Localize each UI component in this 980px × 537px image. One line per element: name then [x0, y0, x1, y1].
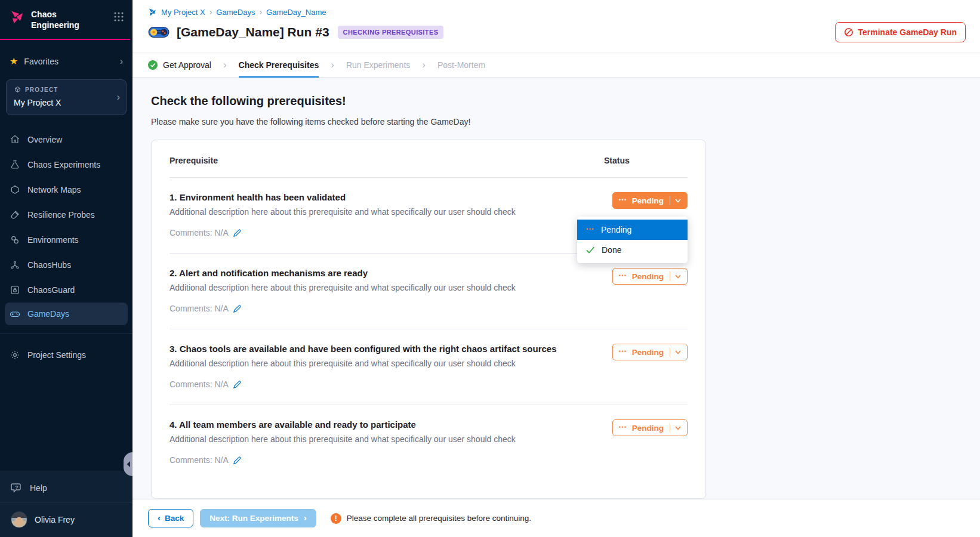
help-icon: ?	[11, 483, 23, 493]
nav-label: ChaosGuard	[27, 285, 75, 295]
dropdown-option-done[interactable]: Done	[577, 240, 688, 260]
chevron-down-icon	[675, 426, 681, 430]
sidebar-item-chaoshubs[interactable]: ChaosHubs	[0, 252, 132, 277]
chevron-down-icon	[675, 350, 681, 354]
slash-circle-icon	[844, 27, 853, 37]
status-cell: ••• Pending	[604, 268, 688, 313]
prerequisite-description: Additional description here about this p…	[170, 359, 586, 368]
app-grid-icon[interactable]	[113, 11, 124, 22]
button-divider	[670, 271, 670, 281]
nav-label: Chaos Experiments	[27, 160, 100, 169]
gameday-gamepad-icon	[148, 25, 170, 39]
step-label: Check Prerequisites	[239, 60, 319, 70]
brand-row: Chaos Engineering	[10, 10, 124, 30]
breadcrumb-project-link[interactable]: My Project X	[161, 8, 205, 17]
chevron-right-icon: ›	[223, 53, 227, 77]
hexagon-icon	[10, 184, 20, 195]
table-row: 4. All team members are available and re…	[170, 405, 688, 480]
pending-dots-icon: •••	[619, 424, 627, 430]
pending-dots-icon: •••	[619, 348, 627, 354]
sidebar-item-gamedays[interactable]: GameDays	[5, 303, 128, 325]
comments-label: Comments: N/A	[170, 304, 229, 313]
prerequisite-title: 4. All team members are available and re…	[170, 419, 586, 430]
sidebar-item-chaos-experiments[interactable]: Chaos Experiments	[0, 152, 132, 177]
user-profile[interactable]: Olivia Frey	[0, 502, 132, 537]
next-run-experiments-button[interactable]: Next: Run Experiments ›	[200, 509, 316, 527]
breadcrumb-separator: ›	[259, 7, 262, 17]
title-row: [GameDay_Name] Run #3 CHECKING PREREQUIS…	[148, 22, 966, 42]
content-subheading: Please make sure you have the following …	[151, 117, 980, 126]
sidebar-item-overview[interactable]: Overview	[0, 127, 132, 152]
project-selector[interactable]: PROJECT My Project X ›	[6, 79, 127, 115]
option-label: Done	[602, 245, 621, 255]
prerequisite-info: 4. All team members are available and re…	[170, 419, 604, 465]
sidebar-item-resilience-probes[interactable]: Resilience Probes	[0, 202, 132, 227]
dropdown-option-pending[interactable]: ••• Pending	[577, 220, 688, 240]
edit-comment-icon[interactable]	[233, 380, 242, 389]
status-dropdown-button[interactable]: ••• Pending	[612, 419, 688, 436]
prerequisite-info: 2. Alert and notification mechanisms are…	[170, 268, 604, 313]
sidebar-item-help[interactable]: ? Help	[0, 474, 132, 502]
sidebar-divider	[0, 334, 132, 334]
prerequisite-info: 1. Environment health has been validated…	[170, 192, 604, 237]
status-dropdown-button[interactable]: ••• Pending	[612, 268, 688, 285]
probe-icon	[10, 209, 20, 220]
comments-label: Comments: N/A	[170, 455, 229, 465]
next-label: Next: Run Experiments	[209, 514, 298, 523]
step-check-prerequisites[interactable]: Check Prerequisites	[239, 53, 319, 78]
step-label: Get Approval	[163, 60, 211, 70]
breadcrumb-gameday-name-link[interactable]: GameDay_Name	[266, 8, 326, 17]
edit-comment-icon[interactable]	[233, 304, 242, 313]
chevron-right-icon: ›	[331, 53, 334, 77]
check-icon	[586, 246, 595, 254]
edit-comment-icon[interactable]	[233, 456, 242, 465]
footer-warning: ! Please complete all prerequisites befo…	[331, 513, 531, 524]
comments-row: Comments: N/A	[170, 455, 586, 465]
button-divider	[670, 196, 670, 205]
project-label: PROJECT	[25, 87, 58, 93]
status-dropdown-button[interactable]: ••• Pending	[612, 192, 688, 209]
step-post-mortem[interactable]: Post-Mortem	[437, 53, 485, 77]
terminate-gameday-button[interactable]: Terminate GameDay Run	[835, 22, 966, 42]
status-label: Pending	[632, 348, 664, 357]
column-header-status: Status	[604, 156, 688, 165]
status-cell: ••• Pending	[604, 419, 688, 465]
table-header: Prerequisite Status	[170, 156, 688, 178]
chevron-down-icon	[675, 274, 681, 279]
breadcrumb: My Project X › GameDays › GameDay_Name	[148, 7, 966, 17]
nav-label: ChaosHubs	[27, 260, 71, 270]
status-label: Pending	[632, 272, 664, 281]
status-cell: ••• Pending	[604, 344, 688, 389]
sidebar-item-favorites[interactable]: ★ Favorites ›	[0, 51, 132, 72]
sidebar-item-chaosguard[interactable]: ChaosGuard	[0, 277, 132, 303]
sidebar-item-network-maps[interactable]: Network Maps	[0, 177, 132, 202]
sidebar-item-project-settings[interactable]: Project Settings	[0, 342, 132, 368]
user-name: Olivia Frey	[35, 515, 75, 524]
sidebar-item-environments[interactable]: Environments	[0, 227, 132, 252]
prerequisite-description: Additional description here about this p…	[170, 434, 586, 444]
sidebar-collapse-handle[interactable]	[124, 452, 132, 476]
chaos-logo-icon	[10, 10, 25, 25]
breadcrumb-gamedays-link[interactable]: GameDays	[216, 8, 255, 17]
breadcrumb-separator: ›	[209, 7, 212, 17]
edit-comment-icon[interactable]	[233, 229, 242, 237]
brand-name: Chaos Engineering	[31, 10, 86, 30]
exclamation-glyph: !	[335, 514, 337, 523]
step-get-approval[interactable]: Get Approval	[148, 53, 211, 77]
run-status-badge: CHECKING PREREQUISITES	[338, 26, 444, 39]
check-circle-icon	[148, 60, 158, 70]
comments-label: Comments: N/A	[170, 379, 229, 389]
warning-text: Please complete all prerequisites before…	[347, 514, 531, 523]
sidebar: Chaos Engineering ★ Favorites › PROJECT	[0, 0, 132, 537]
back-button[interactable]: ‹ Back	[148, 509, 193, 527]
pending-dots-icon: •••	[619, 197, 627, 203]
home-icon	[10, 134, 20, 145]
status-dropdown-button[interactable]: ••• Pending	[612, 344, 688, 360]
status-label: Pending	[632, 196, 664, 205]
help-label: Help	[30, 483, 47, 493]
app: Chaos Engineering ★ Favorites › PROJECT	[0, 0, 980, 537]
question-glyph: ?	[15, 484, 19, 490]
step-run-experiments[interactable]: Run Experiments	[346, 53, 410, 77]
pending-dots-icon: •••	[586, 226, 594, 232]
page-title: [GameDay_Name] Run #3	[177, 25, 329, 39]
